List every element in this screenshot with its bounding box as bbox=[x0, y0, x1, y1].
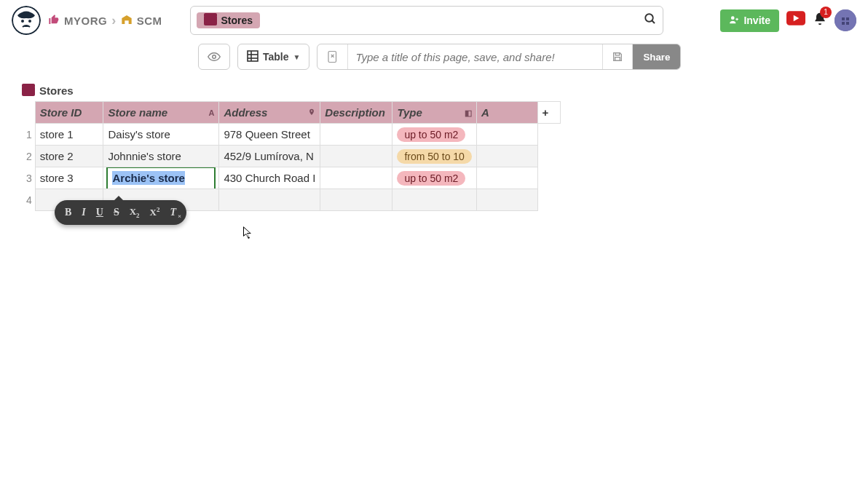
cursor-icon bbox=[243, 226, 252, 239]
svg-rect-11 bbox=[248, 51, 258, 61]
search-icon[interactable] bbox=[644, 12, 657, 28]
underline-button[interactable]: U bbox=[96, 207, 103, 218]
page-edit-icon[interactable] bbox=[317, 44, 348, 69]
app-logo[interactable] bbox=[12, 6, 41, 35]
cell-empty[interactable] bbox=[320, 189, 392, 211]
visibility-button[interactable] bbox=[198, 44, 230, 70]
breadcrumb: MYORG › SCM bbox=[48, 13, 162, 28]
page-toolbar: Table ▼ Share bbox=[0, 41, 868, 73]
user-avatar[interactable] bbox=[835, 9, 856, 31]
notification-badge: 1 bbox=[820, 7, 832, 18]
column-type-select-icon: ◧ bbox=[465, 108, 472, 117]
cell-store-id[interactable]: store 3 bbox=[35, 167, 103, 189]
invite-button[interactable]: Invite bbox=[720, 9, 779, 32]
data-table: Store ID Store name A Address Descriptio… bbox=[22, 101, 561, 211]
page-title-input[interactable] bbox=[348, 51, 602, 63]
clear-format-button[interactable]: T bbox=[170, 207, 177, 218]
column-header-address[interactable]: Address bbox=[219, 102, 320, 124]
cell-store-id[interactable]: store 1 bbox=[35, 124, 103, 146]
svg-rect-3 bbox=[24, 25, 28, 27]
cell-extra[interactable] bbox=[476, 124, 537, 146]
italic-button[interactable]: I bbox=[82, 207, 85, 218]
video-icon[interactable] bbox=[786, 11, 805, 30]
caret-down-icon: ▼ bbox=[293, 53, 301, 61]
table-grid-icon bbox=[247, 50, 259, 64]
row-number: 3 bbox=[22, 167, 35, 189]
text-format-toolbar: B I U S X2 X2 T bbox=[55, 200, 186, 225]
cell-address[interactable]: 978 Queen Street bbox=[219, 124, 320, 146]
cell-store-name[interactable]: Daisy's store bbox=[103, 124, 219, 146]
table-row: 1 store 1 Daisy's store 978 Queen Street… bbox=[22, 124, 561, 146]
column-header-store-id[interactable]: Store ID bbox=[35, 102, 103, 124]
store-icon bbox=[204, 15, 217, 25]
column-header-extra[interactable]: A bbox=[476, 102, 537, 124]
invite-label: Invite bbox=[743, 15, 770, 26]
svg-point-4 bbox=[645, 14, 653, 22]
bold-button[interactable]: B bbox=[65, 207, 71, 218]
cell-address[interactable]: 452/9 Lumírova, N bbox=[219, 146, 320, 167]
cell-type[interactable]: up to 50 m2 bbox=[392, 167, 477, 189]
row-number: 1 bbox=[22, 124, 35, 146]
svg-point-9 bbox=[835, 9, 856, 31]
search-chip-stores[interactable]: Stores bbox=[197, 12, 261, 28]
cell-extra[interactable] bbox=[476, 167, 537, 189]
cell-type[interactable]: up to 50 m2 bbox=[392, 124, 477, 146]
cell-address[interactable]: 430 Church Road I bbox=[219, 167, 320, 189]
svg-point-6 bbox=[731, 16, 735, 20]
table-title-label: Stores bbox=[39, 84, 74, 97]
table-row: 2 store 2 Johnnie's store 452/9 Lumírova… bbox=[22, 146, 561, 167]
breadcrumb-org[interactable]: MYORG bbox=[64, 15, 107, 27]
table-row: 3 store 3 Archie's store ⤢ 430 Church Ro… bbox=[22, 167, 561, 189]
cell-empty[interactable] bbox=[219, 189, 320, 211]
save-button[interactable] bbox=[602, 44, 633, 69]
store-icon bbox=[22, 86, 35, 96]
column-header-store-name[interactable]: Store name A bbox=[103, 102, 219, 124]
row-number-header bbox=[22, 102, 35, 124]
view-selector-label: Table bbox=[263, 51, 289, 63]
subscript-button[interactable]: X2 bbox=[130, 206, 140, 219]
breadcrumb-project[interactable]: SCM bbox=[137, 15, 162, 27]
cell-empty[interactable] bbox=[392, 189, 477, 211]
user-plus-icon bbox=[729, 15, 739, 27]
cell-description[interactable] bbox=[320, 146, 392, 167]
cell-store-name[interactable]: Johnnie's store bbox=[103, 146, 219, 167]
column-header-description[interactable]: Description bbox=[320, 102, 392, 124]
svg-point-10 bbox=[213, 55, 216, 59]
warehouse-icon bbox=[121, 14, 133, 28]
add-column-button[interactable]: + bbox=[537, 102, 560, 124]
page-title-bar: Share bbox=[317, 44, 681, 70]
column-header-type[interactable]: Type ◧ bbox=[392, 102, 477, 124]
data-table-section: Stores Store ID Store name A Address bbox=[22, 84, 561, 211]
cell-description[interactable] bbox=[320, 124, 392, 146]
svg-line-5 bbox=[652, 20, 655, 23]
search-chip-label: Stores bbox=[221, 15, 253, 26]
search-bar[interactable]: Stores bbox=[190, 6, 663, 35]
svg-point-0 bbox=[12, 7, 40, 34]
svg-marker-19 bbox=[244, 228, 250, 237]
share-label: Share bbox=[643, 52, 670, 63]
superscript-button[interactable]: X2 bbox=[150, 206, 160, 218]
svg-point-1 bbox=[21, 20, 24, 23]
thumbs-up-icon bbox=[48, 14, 60, 28]
editing-selection: Archie's store bbox=[112, 171, 184, 185]
view-selector[interactable]: Table ▼ bbox=[237, 44, 309, 70]
cell-description[interactable] bbox=[320, 167, 392, 189]
table-title[interactable]: Stores bbox=[22, 84, 561, 97]
top-bar: MYORG › SCM Stores Invite 1 bbox=[0, 0, 868, 41]
cell-store-name-editing[interactable]: Archie's store ⤢ bbox=[103, 167, 219, 189]
cell-store-id[interactable]: store 2 bbox=[35, 146, 103, 167]
cell-empty[interactable] bbox=[476, 189, 537, 211]
row-number: 2 bbox=[22, 146, 35, 167]
notifications-button[interactable]: 1 bbox=[813, 11, 827, 31]
row-number: 4 bbox=[22, 189, 35, 211]
column-type-text-icon: A bbox=[208, 108, 214, 117]
expand-cell-icon[interactable]: ⤢ bbox=[214, 184, 219, 189]
chevron-right-icon: › bbox=[111, 13, 117, 28]
svg-rect-17 bbox=[615, 57, 620, 61]
share-button[interactable]: Share bbox=[633, 44, 680, 69]
cell-type[interactable]: from 50 to 10 bbox=[392, 146, 477, 167]
cell-extra[interactable] bbox=[476, 146, 537, 167]
svg-point-2 bbox=[28, 20, 31, 23]
strikethrough-button[interactable]: S bbox=[114, 207, 119, 218]
svg-rect-16 bbox=[616, 53, 620, 55]
